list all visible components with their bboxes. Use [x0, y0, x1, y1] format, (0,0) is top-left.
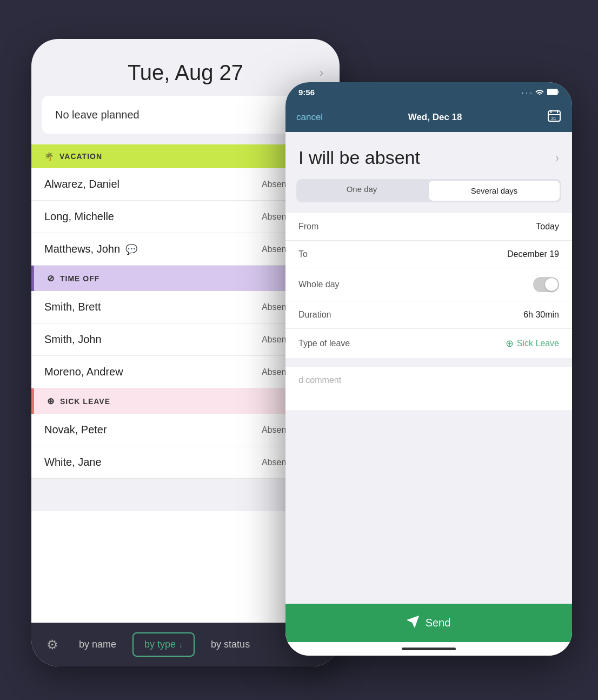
cancel-button[interactable]: cancel	[296, 112, 323, 123]
person-name: Smith, Brett	[44, 301, 101, 313]
gear-icon[interactable]: ⚙	[42, 633, 63, 657]
person-name: Moreno, Andrew	[44, 366, 123, 378]
absent-header: I will be absent ›	[285, 132, 572, 179]
home-indicator	[285, 642, 572, 656]
by-type-button[interactable]: by type ↓	[132, 632, 195, 657]
absent-title: I will be absent	[298, 147, 420, 168]
person-name: Alwarez, Daniel	[44, 178, 119, 190]
right-main-content: I will be absent › One day Several days …	[285, 132, 572, 656]
svg-marker-10	[408, 617, 417, 626]
person-name: Matthews, John 💬	[44, 243, 137, 255]
home-bar	[402, 648, 456, 650]
comment-placeholder: d comment	[298, 375, 341, 385]
scene: Tue, Aug 27 › No leave planned �	[15, 17, 583, 683]
whole-day-label: Whole day	[298, 280, 340, 289]
duration-value: 6h 30min	[523, 310, 559, 320]
from-value: Today	[536, 222, 559, 232]
plus-icon: ⊕	[506, 338, 514, 349]
segment-several-days[interactable]: Several days	[429, 181, 560, 201]
status-bar: 9:56 · · ·	[285, 82, 572, 102]
svg-rect-2	[547, 89, 557, 95]
dots-icon: · · ·	[522, 88, 532, 97]
segment-control: One day Several days	[296, 179, 561, 202]
sickleave-icon: ⊕	[47, 396, 55, 406]
duration-label: Duration	[298, 310, 331, 320]
person-name: White, Jane	[44, 456, 102, 468]
phone-right: 9:56 · · · cancel Wed, Dec 18	[285, 82, 572, 656]
send-button[interactable]: Send	[285, 604, 572, 642]
send-icon	[407, 616, 419, 630]
status-time: 9:56	[298, 88, 315, 97]
form-row-duration[interactable]: Duration 6h 30min	[285, 301, 572, 329]
wifi-icon	[535, 88, 544, 97]
form-row-type-of-leave[interactable]: Type of leave ⊕ Sick Leave	[285, 329, 572, 358]
phone-left-header: Tue, Aug 27 ›	[31, 39, 340, 96]
battery-icon	[547, 88, 559, 97]
svg-rect-3	[558, 91, 559, 93]
message-icon: 💬	[125, 243, 137, 255]
person-name: Smith, John	[44, 333, 102, 346]
down-arrow-icon: ↓	[179, 640, 183, 649]
by-status-button[interactable]: by status	[200, 633, 261, 656]
svg-text:31: 31	[551, 116, 556, 121]
nav-date: Wed, Dec 18	[408, 112, 462, 123]
to-label: To	[298, 249, 308, 259]
chevron-right-icon[interactable]: ›	[320, 66, 323, 80]
from-label: From	[298, 222, 318, 232]
status-icons: · · ·	[522, 88, 559, 97]
type-of-leave-label: Type of leave	[298, 339, 350, 348]
spacer	[285, 419, 572, 604]
segment-one-day[interactable]: One day	[296, 179, 427, 202]
right-nav: cancel Wed, Dec 18 31	[285, 102, 572, 132]
sickleave-label: SICK LEAVE	[60, 397, 110, 406]
to-value: December 19	[507, 249, 559, 259]
form-row-to[interactable]: To December 19	[285, 241, 572, 268]
vacation-icon: 🌴	[44, 152, 54, 161]
person-name: Long, Michelle	[44, 210, 114, 223]
form-row-from[interactable]: From Today	[285, 213, 572, 241]
send-label: Send	[426, 617, 451, 629]
timeoff-label: TIME OFF	[60, 274, 99, 283]
absent-chevron-icon[interactable]: ›	[555, 151, 559, 164]
type-of-leave-value: ⊕ Sick Leave	[506, 338, 559, 349]
date-title: Tue, Aug 27	[128, 61, 243, 85]
form-section: From Today To December 19 Whole day Dura…	[285, 213, 572, 358]
whole-day-toggle[interactable]	[533, 277, 559, 292]
timeoff-icon: ⊘	[47, 273, 55, 283]
form-row-whole-day[interactable]: Whole day	[285, 268, 572, 301]
person-name: Novak, Peter	[44, 424, 107, 436]
vacation-label: VACATION	[59, 152, 102, 161]
by-type-label: by type	[144, 639, 176, 650]
no-leave-text: No leave planned	[55, 109, 139, 121]
calendar-icon[interactable]: 31	[547, 109, 561, 126]
comment-area[interactable]: d comment	[285, 367, 572, 410]
by-name-button[interactable]: by name	[68, 633, 127, 656]
